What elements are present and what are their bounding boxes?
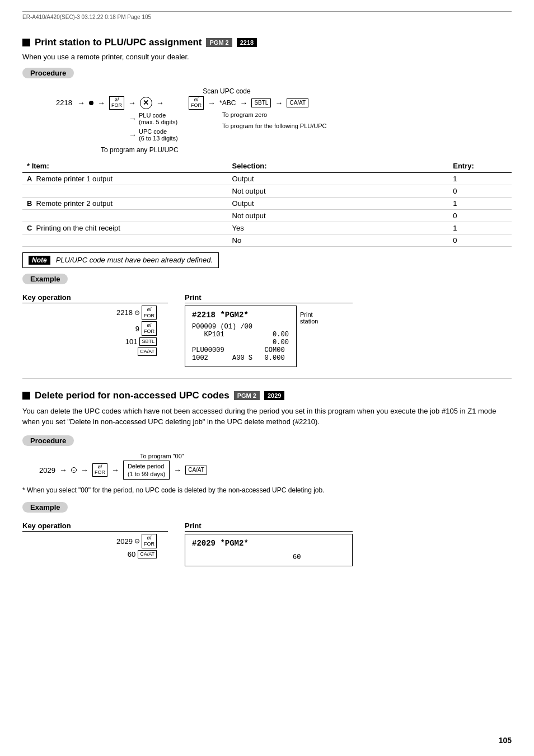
diag2-row: 2029 → · → ø/FOR → Delete period(1 to 99…: [39, 461, 512, 480]
receipt-line-1: #2218 *PGM2*: [192, 311, 289, 320]
dot-key: [89, 101, 93, 105]
procedure-diagram-1: Scan UPC code 2218 → → ø/FOR → ✕ →: [56, 87, 369, 154]
receipt2-line-2: 60: [192, 553, 345, 561]
section1-subtitle: When you use a remote printer, consult y…: [22, 53, 512, 61]
table-cell-selection: Not output: [228, 185, 449, 197]
to-program-00-note: To program "00": [140, 453, 512, 459]
section2-example: Example Key operation 2029 · ø/FOR 60 CA…: [22, 502, 512, 566]
for-key-op1: ø/FOR: [142, 306, 157, 320]
print-col-1: Print #2218 *PGM2* P00009 (O1) /00 KP101…: [185, 293, 353, 367]
section1-table: * Item: Selection: Entry: A Remote print…: [22, 159, 512, 247]
for-key-diag2: ø/FOR: [92, 463, 107, 477]
section1: Print station to PLU/UPC assignment PGM …: [22, 37, 512, 367]
receipt2-line-1: #2029 *PGM2*: [192, 539, 345, 548]
sbtl-key: SBTL: [251, 98, 271, 107]
arrow-icon: →: [76, 98, 87, 107]
table-row: No0: [22, 234, 512, 246]
example-section-1: Key operation 2218 · ø/FOR 9 ø/FOR 101 S…: [22, 293, 512, 367]
arrow-icon: →: [127, 98, 138, 107]
section2-pgm-badge: PGM 2: [234, 391, 260, 400]
table-cell-entry: 0: [448, 185, 512, 197]
print-receipt-2: #2029 *PGM2* 60: [185, 534, 353, 566]
key-op-line-2: 9 ø/FOR: [22, 321, 168, 336]
example-box-2: Example: [22, 502, 68, 513]
table-cell-selection: No: [228, 234, 449, 246]
section1-title-text: Print station to PLU/UPC assignment: [35, 37, 202, 48]
receipt-line-5: PLU00009 COM00: [192, 346, 289, 354]
procedure-box-1: Procedure: [22, 68, 74, 78]
arrow-icon: →: [58, 466, 69, 475]
caat-key-diag2: CA/AT: [185, 466, 207, 475]
receipt-line-2: P00009 (O1) /00: [192, 323, 289, 331]
example-box-1: Example: [22, 274, 68, 284]
key-op-line-6: 60 CA/AT: [22, 550, 168, 558]
start-num-2: 2029: [39, 466, 55, 475]
bullet-icon-2: [22, 392, 30, 400]
page-header: ER-A410/A420(SEC)-3 03.12.22 0:18 PM Pag…: [22, 11, 512, 20]
section2-subtitle: You can delete the UPC codes which have …: [22, 406, 512, 428]
caat-key-1: CA/AT: [287, 98, 308, 107]
table-cell-item: [22, 234, 228, 246]
for-key-1: ø/FOR: [109, 96, 124, 110]
for-key-op2: ø/FOR: [142, 321, 157, 336]
branch-row-plu: → PLU code(max. 5 digits): [129, 112, 180, 125]
note-box-1: Note PLU/UPC code must have been already…: [22, 252, 219, 268]
section1-title: Print station to PLU/UPC assignment PGM …: [22, 37, 512, 48]
print-header-2: Print: [185, 522, 353, 532]
table-cell-entry: 0: [448, 209, 512, 222]
to-program-any-note: To program any PLU/UPC: [101, 146, 369, 154]
section2-title: Delete period for non-accessed UPC codes…: [22, 390, 512, 401]
key-op-header-1: Key operation: [22, 293, 168, 303]
print-station-label: Print station: [300, 311, 318, 325]
diag-branches: → PLU code(max. 5 digits) → UPC code(6 t…: [129, 112, 180, 142]
scan-label: Scan UPC code: [84, 87, 369, 95]
arrow-icon: →: [154, 98, 166, 107]
note-label: Note: [29, 256, 50, 265]
table-row: A Remote printer 1 outputOutput1: [22, 172, 512, 185]
table-cell-entry: 0: [448, 234, 512, 246]
section2: Delete period for non-accessed UPC codes…: [22, 390, 512, 567]
key-op-line-3: 101 SBTL: [22, 337, 168, 346]
plu-code-label: PLU code(max. 5 digits): [139, 112, 177, 125]
table-cell-selection: Not output: [228, 209, 449, 222]
key-op-col-1: Key operation 2218 · ø/FOR 9 ø/FOR 101 S…: [22, 293, 168, 367]
arrow-icon: →: [79, 466, 90, 475]
table-row: C Printing on the chit receiptYes1: [22, 222, 512, 234]
section1-procedure: Procedure Scan UPC code 2218 → → ø/FOR →…: [22, 68, 512, 154]
table-cell-selection: Output: [228, 172, 449, 185]
section1-example: Example Key operation 2218 · ø/FOR 9 ø/F…: [22, 274, 512, 367]
delete-period-node: Delete period(1 to 99 days): [123, 461, 170, 480]
arrow-icon: →: [206, 98, 217, 107]
key-op-header-2: Key operation: [22, 522, 168, 532]
col-item: * Item:: [22, 159, 228, 173]
procedure-diagram-2: To program "00" 2029 → · → ø/FOR → Delet…: [39, 453, 512, 480]
arrow-icon: →: [238, 98, 249, 107]
diag-row1: 2218 → → ø/FOR → ✕ →: [56, 96, 180, 110]
section2-footnote: * When you select "00" for the period, n…: [22, 486, 512, 494]
branch-row-upc: → UPC code(6 to 13 digits): [129, 128, 180, 142]
section1-pgm-badge: PGM 2: [206, 38, 232, 47]
for-key-ex2: ø/FOR: [142, 534, 157, 548]
print-receipt-wrapper-1: #2218 *PGM2* P00009 (O1) /00 KP101 0.00 …: [185, 306, 353, 367]
receipt-line-3: KP101 0.00: [192, 331, 289, 339]
to-program-zero-note: To program zero: [222, 111, 326, 118]
table-row: Not output0: [22, 209, 512, 222]
table-cell-entry: 1: [448, 172, 512, 185]
col-entry: Entry:: [448, 159, 512, 173]
for-key-2: ø/FOR: [189, 96, 204, 110]
section2-num-badge: 2029: [264, 391, 284, 400]
key-op-line-4: CA/AT: [22, 348, 168, 356]
col-selection: Selection:: [228, 159, 449, 173]
key-op-line-1: 2218 · ø/FOR: [22, 306, 168, 320]
arrow-icon: →: [172, 466, 183, 475]
section2-procedure: Procedure To program "00" 2029 → · → ø/F…: [22, 435, 512, 480]
table-cell-item: [22, 209, 228, 222]
table-row: B Remote printer 2 outputOutput1: [22, 197, 512, 209]
abc-node: *ABC: [219, 99, 236, 107]
note-text-1: PLU/UPC code must have been already defi…: [56, 256, 213, 264]
table-cell-item: C Printing on the chit receipt: [22, 222, 228, 234]
sbtl-key-op1: SBTL: [139, 337, 157, 346]
print-header-1: Print: [185, 293, 353, 303]
table-cell-item: [22, 185, 228, 197]
section2-title-text: Delete period for non-accessed UPC codes: [35, 390, 229, 401]
